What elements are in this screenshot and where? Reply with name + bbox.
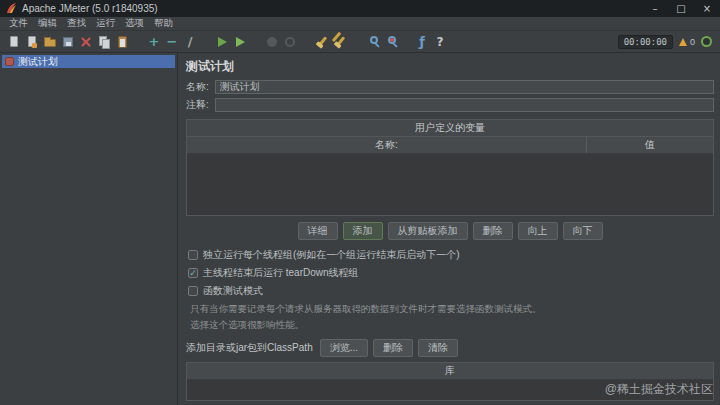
- classpath-label: 添加目录或jar包到ClassPath: [186, 341, 313, 355]
- teardown-row: ✓ 主线程结束后运行 tearDown线程组: [188, 266, 714, 280]
- library-column-header: 库: [187, 363, 713, 380]
- menu-item-file[interactable]: 文件: [4, 17, 33, 30]
- icon-shape: [218, 37, 227, 47]
- functional-mode-checkbox[interactable]: [188, 286, 198, 296]
- menubar: 文件 编辑 查找 运行 选项 帮助: [0, 17, 720, 31]
- clear-icon[interactable]: [313, 33, 331, 51]
- expand-all-icon[interactable]: +: [145, 33, 163, 51]
- icon-shape: [63, 37, 73, 47]
- toolbar-status-area: 00:00:00 0: [618, 35, 715, 49]
- shutdown-icon[interactable]: [281, 33, 299, 51]
- add-from-clipboard-button[interactable]: 从剪贴板添加: [388, 222, 468, 240]
- menu-item-search[interactable]: 查找: [62, 17, 91, 30]
- menu-item-help[interactable]: 帮助: [149, 17, 178, 30]
- library-table-body[interactable]: [187, 380, 713, 400]
- copy-icon[interactable]: [95, 33, 113, 51]
- add-button[interactable]: 添加: [343, 222, 383, 240]
- checkmark: ✓: [189, 269, 197, 278]
- icon-shape: [388, 36, 396, 44]
- variables-table-body[interactable]: [187, 154, 713, 215]
- name-field-row: 名称:: [186, 80, 714, 94]
- icon-shape: [118, 36, 127, 48]
- column-header-name: 名称:: [187, 137, 587, 153]
- templates-icon[interactable]: [23, 33, 41, 51]
- up-button[interactable]: 向上: [518, 222, 558, 240]
- menu-item-options[interactable]: 选项: [120, 17, 149, 30]
- comment-input[interactable]: [215, 98, 714, 112]
- titlebar: Apache JMeter (5.0 r1840935) – □ ×: [0, 0, 720, 17]
- variables-buttons-row: 详细 添加 从剪贴板添加 删除 向上 向下: [186, 222, 714, 240]
- function-helper-icon[interactable]: ƒ: [413, 33, 431, 51]
- classpath-delete-button[interactable]: 删除: [373, 339, 413, 357]
- user-variables-table: 名称: 值: [186, 137, 714, 216]
- save-icon[interactable]: [59, 33, 77, 51]
- icon-shape: [44, 39, 56, 47]
- close-button[interactable]: ×: [694, 0, 720, 17]
- browse-button[interactable]: 浏览...: [320, 339, 368, 357]
- down-button[interactable]: 向下: [563, 222, 603, 240]
- detail-button[interactable]: 详细: [298, 222, 338, 240]
- library-table: 库: [186, 362, 714, 401]
- stop-icon[interactable]: [263, 33, 281, 51]
- serial-threadgroups-label: 独立运行每个线程组(例如在一个组运行结束后启动下一个): [203, 248, 460, 262]
- delete-button[interactable]: 删除: [473, 222, 513, 240]
- active-threads-icon: [701, 36, 712, 47]
- classpath-row: 添加目录或jar包到ClassPath 浏览... 删除 清除: [186, 339, 714, 357]
- cut-icon[interactable]: [77, 33, 95, 51]
- window-title: Apache JMeter (5.0 r1840935): [22, 3, 158, 14]
- help-icon[interactable]: ?: [431, 33, 449, 51]
- start-icon[interactable]: [213, 33, 231, 51]
- menu-item-edit[interactable]: 编辑: [33, 17, 62, 30]
- icon-shape: [10, 36, 18, 47]
- functional-mode-help-line1: 只有当你需要记录每个请求从服务器取得的数据到文件时才需要选择函数测试模式。: [190, 303, 714, 316]
- user-variables-section-title: 用户定义的变量: [186, 119, 714, 137]
- teardown-label: 主线程结束后运行 tearDown线程组: [203, 266, 359, 280]
- open-file-icon[interactable]: [41, 33, 59, 51]
- search-icon[interactable]: [363, 33, 381, 51]
- icon-shape: [99, 36, 110, 48]
- tree-node-test-plan[interactable]: 测试计划: [2, 55, 175, 68]
- menu-item-run[interactable]: 运行: [91, 17, 120, 30]
- icon-shape: [28, 36, 36, 47]
- test-plan-editor: 测试计划 名称: 注释: 用户定义的变量 名称: 值 详细 添加 从剪贴: [178, 53, 720, 405]
- variables-table-header: 名称: 值: [187, 137, 713, 154]
- column-header-value: 值: [587, 137, 713, 153]
- functional-mode-help-line2: 选择这个选项很影响性能。: [190, 319, 714, 332]
- serial-threadgroups-row: 独立运行每个线程组(例如在一个组运行结束后启动下一个): [188, 248, 714, 262]
- name-input[interactable]: [215, 80, 714, 94]
- icon-shape: [236, 37, 245, 47]
- icon-shape: [317, 36, 326, 46]
- test-plan-tree: 测试计划: [0, 53, 178, 405]
- start-no-pauses-icon[interactable]: [231, 33, 249, 51]
- warning-count: 0: [690, 37, 695, 47]
- collapse-all-icon[interactable]: −: [163, 33, 181, 51]
- toolbar: + − / ƒ ? 00:00:00 0: [0, 31, 720, 53]
- serial-threadgroups-checkbox[interactable]: [188, 250, 198, 260]
- editor-title: 测试计划: [186, 58, 714, 75]
- functional-mode-label: 函数测试模式: [203, 284, 263, 298]
- icon-shape: [267, 37, 277, 47]
- functional-mode-row: 函数测试模式: [188, 284, 714, 298]
- jmeter-logo-icon: [6, 3, 17, 14]
- toggle-icon[interactable]: /: [181, 33, 199, 51]
- comment-label: 注释:: [186, 98, 209, 112]
- comment-field-row: 注释:: [186, 98, 714, 112]
- teardown-checkbox[interactable]: ✓: [188, 268, 198, 278]
- warning-icon: [679, 38, 687, 46]
- search-reset-icon[interactable]: [381, 33, 399, 51]
- jmeter-window: Apache JMeter (5.0 r1840935) – □ × 文件 编辑…: [0, 0, 720, 405]
- maximize-button[interactable]: □: [668, 0, 694, 17]
- main-area: 测试计划 测试计划 名称: 注释: 用户定义的变量 名称: 值: [0, 53, 720, 405]
- icon-shape: [335, 36, 344, 46]
- clear-all-icon[interactable]: [331, 33, 349, 51]
- icon-shape: [80, 36, 92, 48]
- log-errors-counter[interactable]: 0: [679, 37, 695, 47]
- name-label: 名称:: [186, 80, 209, 94]
- classpath-clear-button[interactable]: 清除: [418, 339, 458, 357]
- tree-node-label: 测试计划: [18, 55, 58, 69]
- new-file-icon[interactable]: [5, 33, 23, 51]
- icon-shape: [370, 36, 378, 44]
- elapsed-time: 00:00:00: [618, 35, 673, 49]
- minimize-button[interactable]: –: [642, 0, 668, 17]
- paste-icon[interactable]: [113, 33, 131, 51]
